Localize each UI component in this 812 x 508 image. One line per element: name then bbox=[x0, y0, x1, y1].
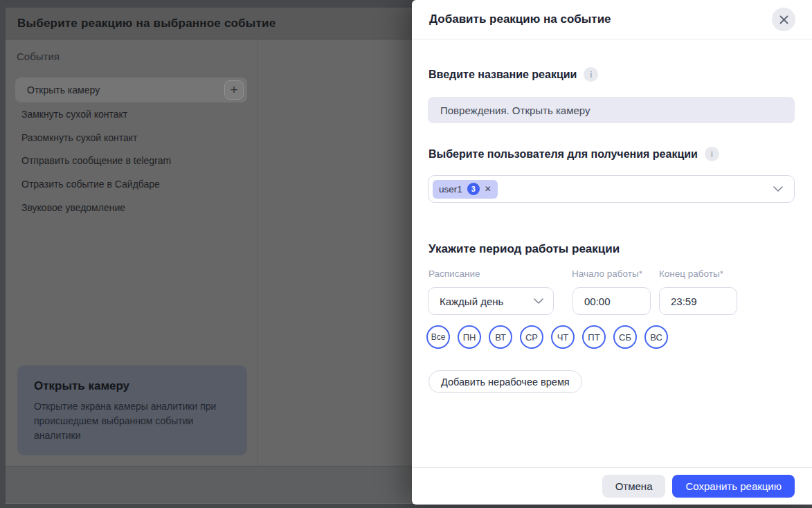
background-dialog-title: Выберите реакцию на выбранное событие bbox=[17, 17, 276, 30]
day-chip-wed[interactable]: СР bbox=[520, 325, 543, 349]
events-panel: События Открыть камеру + Замкнуть сухой … bbox=[6, 39, 258, 466]
modal-header: Добавить реакцию на событие bbox=[412, 0, 812, 39]
schedule-select-value: Каждый день bbox=[440, 296, 503, 307]
info-icon[interactable]: i bbox=[584, 67, 598, 82]
events-section-title: События bbox=[17, 51, 60, 62]
close-icon bbox=[779, 15, 788, 24]
day-chip-thu[interactable]: ЧТ bbox=[551, 325, 575, 349]
period-section-title: Укажите период работы реакции bbox=[428, 242, 620, 256]
required-mark: * bbox=[720, 269, 723, 279]
close-button[interactable] bbox=[772, 8, 795, 31]
modal-title: Добавить реакцию на событие bbox=[429, 12, 611, 26]
event-item-telegram[interactable]: Отправить сообщение в telegram bbox=[21, 154, 171, 167]
modal-footer: Отмена Сохранить реакцию bbox=[412, 467, 812, 505]
day-chip-tue[interactable]: ВТ bbox=[489, 325, 512, 349]
chevron-down-icon bbox=[773, 186, 783, 192]
event-detail-description: Открытие экрана камеры аналитики при про… bbox=[34, 399, 229, 443]
event-item-open-camera[interactable]: Открыть камеру + bbox=[15, 78, 247, 102]
user-field-label: Выберите пользователя для получения реак… bbox=[428, 148, 698, 161]
modal-body: Введите название реакции i Выберите поль… bbox=[412, 39, 812, 467]
user-select[interactable]: user1 3 ✕ bbox=[428, 175, 795, 203]
event-detail-title: Открыть камеру bbox=[34, 379, 231, 393]
add-reaction-modal: Добавить реакцию на событие Введите назв… bbox=[412, 0, 812, 505]
event-item-sidebar[interactable]: Отразить событие в Сайдбаре bbox=[21, 177, 160, 191]
day-chip-mon[interactable]: ПН bbox=[458, 325, 481, 349]
name-field-label-row: Введите название реакции i bbox=[428, 67, 598, 82]
chip-remove-icon[interactable]: ✕ bbox=[485, 185, 491, 193]
end-time-label: Конец работы* bbox=[659, 269, 723, 279]
user-chip-label: user1 bbox=[439, 184, 462, 194]
user-chip[interactable]: user1 3 ✕ bbox=[433, 180, 498, 199]
user-field-label-row: Выберите пользователя для получения реак… bbox=[428, 147, 719, 161]
day-chip-sun[interactable]: ВС bbox=[644, 325, 668, 349]
add-event-button[interactable]: + bbox=[224, 80, 244, 100]
info-icon[interactable]: i bbox=[705, 147, 719, 161]
event-item-open-dry-contact[interactable]: Разомкнуть сухой контакт bbox=[21, 131, 138, 145]
add-downtime-button[interactable]: Добавить нерабочее время bbox=[428, 370, 582, 393]
end-time-input[interactable] bbox=[659, 287, 737, 315]
app: { "background_page": { "title": "Выберит… bbox=[0, 0, 812, 508]
event-item-close-dry-contact[interactable]: Замкнуть сухой контакт bbox=[21, 107, 127, 121]
schedule-select[interactable]: Каждый день bbox=[428, 287, 554, 315]
start-time-label: Начало работы* bbox=[572, 269, 642, 279]
start-time-input[interactable] bbox=[572, 287, 651, 315]
chevron-down-icon bbox=[534, 298, 543, 304]
day-chip-sat[interactable]: СБ bbox=[613, 325, 637, 349]
event-detail-card: Открыть камеру Открытие экрана камеры ан… bbox=[17, 365, 247, 455]
name-field-label: Введите название реакции bbox=[428, 69, 577, 81]
schedule-label: Расписание bbox=[428, 269, 480, 279]
day-chip-all[interactable]: Все bbox=[426, 325, 450, 349]
required-mark: * bbox=[639, 269, 642, 279]
event-item-sound[interactable]: Звуковое уведомление bbox=[21, 201, 125, 215]
event-item-label: Открыть камеру bbox=[27, 84, 100, 96]
reaction-name-input[interactable] bbox=[428, 97, 795, 123]
cancel-button[interactable]: Отмена bbox=[602, 475, 666, 498]
user-chip-count-badge: 3 bbox=[467, 183, 480, 195]
day-chip-fri[interactable]: ПТ bbox=[582, 325, 606, 349]
weekday-selector: Все ПН ВТ СР ЧТ ПТ СБ ВС bbox=[426, 325, 668, 349]
save-reaction-button[interactable]: Сохранить реакцию bbox=[672, 475, 795, 498]
plus-icon: + bbox=[230, 83, 237, 96]
